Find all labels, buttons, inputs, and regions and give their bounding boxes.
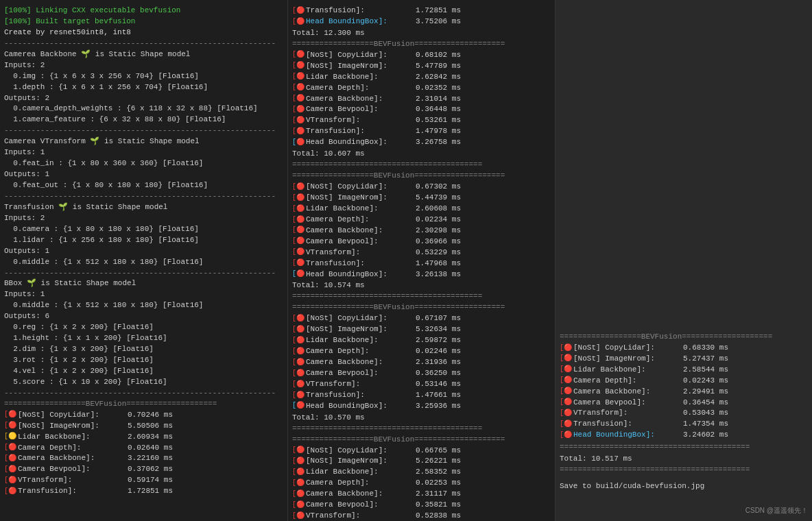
red-icon-3: [🔴 xyxy=(4,443,16,453)
metric-transfusion-cont: [🔴 Transfusion]: 1.72851 ms xyxy=(292,5,551,16)
icon-1-7: [🔴 xyxy=(292,258,304,269)
mid-metric-0-6: [🔴VTransform]:0.53261 ms xyxy=(292,115,551,126)
icon-1-5: [🔴 xyxy=(292,237,304,247)
mid-metric-1-5: [🔴Camera Bevpool]:0.36966 ms xyxy=(292,237,551,247)
mid-metric-3-6: [🔴VTransform]:0.52838 ms xyxy=(292,511,551,521)
transfusion-inputs-label: Inputs: 2 xyxy=(4,213,283,224)
icon-1-1: [🔴 xyxy=(292,193,304,204)
mid-bev-eq-sep-2: ========================================… xyxy=(292,424,551,435)
icon-1-6: [🔴 xyxy=(292,247,304,258)
backbone-input-0: 0.img : {1 x 6 x 3 x 256 x 704} [Float16… xyxy=(4,71,283,82)
save-message: Save to build/cuda-bevfusion.jpg xyxy=(560,481,808,492)
sep1: ----------------------------------------… xyxy=(4,38,283,49)
mid-metric-2-4: [🔴Camera Backbone]:2.31936 ms xyxy=(292,357,551,368)
sep3: ----------------------------------------… xyxy=(4,191,283,202)
right-metric-3: [🔴Camera Depth]:0.02243 ms xyxy=(560,376,808,387)
mid-bev-eq-top-1: ==================BEVFusion=============… xyxy=(292,171,551,182)
bbox-output-2: 2.dim : {1 x 3 x 200} [Float16] xyxy=(4,344,283,355)
backbone-input-1: 1.depth : {1 x 6 x 1 x 256 x 704} [Float… xyxy=(4,82,283,93)
right-eq-bottom2: ========================================… xyxy=(560,465,808,476)
mid-metric-1-8: [🔴Head BoundingBox]:3.26138 ms xyxy=(292,269,551,280)
metric-vtransform-left: [🔴 VTransform]: 0.59174 ms xyxy=(4,475,283,486)
header-line-3: Create by resnet50int8, int8 xyxy=(4,27,283,38)
mid-metric-0-1: [🔴[NoSt] ImageNrom]:5.47789 ms xyxy=(292,61,551,72)
red-icon-7: [🔴 xyxy=(4,487,16,497)
right-metric-2: [🔴Lidar Backbone]:2.58544 ms xyxy=(560,365,808,376)
bbox-output-1: 1.height : {1 x 1 x 200} [Float16] xyxy=(4,333,283,344)
icon-0-6: [🔴 xyxy=(292,116,304,126)
metric-camBevpool-left: [🔴 Camera Bevpool]: 0.37062 ms xyxy=(4,464,283,475)
mid-metric-1-7: [🔴Transfusion]:1.47968 ms xyxy=(292,258,551,269)
icon-3-2: [🔴 xyxy=(292,468,304,478)
metric-transfusion-left: [🔴 Transfusion]: 1.72851 ms xyxy=(4,486,283,497)
red-icon-1: [🔴 xyxy=(4,421,16,431)
bbox-input-0: 0.middle : {1 x 512 x 180 x 180} [Float1… xyxy=(4,300,283,311)
yellow-icon-2: [🟡 xyxy=(4,432,16,442)
sep5: ----------------------------------------… xyxy=(4,388,283,399)
transfusion-outputs-label: Outputs: 1 xyxy=(4,246,283,257)
mid-metric-0-0: [🔴[NoSt] CopyLidar]:0.68102 ms xyxy=(292,50,551,61)
icon-2-6: [🔴 xyxy=(292,380,304,390)
total-0: Total: 12.300 ms xyxy=(292,28,551,39)
icon-1-4: [🔴 xyxy=(292,226,304,236)
mid-metric-2-1: [🔴[NoSt] ImageNrom]:5.32634 ms xyxy=(292,324,551,335)
icon-2-4: [🔴 xyxy=(292,358,304,368)
right-metric-1: [🔴[NoSt] ImageNrom]:5.27437 ms xyxy=(560,354,808,365)
red-icon-cont-1: [🔴 xyxy=(292,17,304,27)
icon-0-1: [🔴 xyxy=(292,61,304,71)
mid-total-2: Total: 10.570 ms xyxy=(292,413,551,424)
red-icon-5: [🔴 xyxy=(4,465,16,475)
mid-metric-2-6: [🔴VTransform]:0.53146 ms xyxy=(292,379,551,390)
mid-metric-1-1: [🔴[NoSt] ImageNrom]:5.44739 ms xyxy=(292,193,551,204)
right-metric-8: [🔴Head BoundingBox]:3.24602 ms xyxy=(560,430,808,441)
right-icon-3: [🔴 xyxy=(560,376,572,386)
sep4: ----------------------------------------… xyxy=(4,268,283,279)
sep2: ----------------------------------------… xyxy=(4,125,283,136)
mid-metric-3-3: [🔴Camera Depth]:0.02253 ms xyxy=(292,478,551,489)
mid-metric-0-2: [🔴Lidar Backbone]:2.62842 ms xyxy=(292,72,551,83)
mid-bev-eq-sep-0: ========================================… xyxy=(292,160,551,171)
transfusion-title: Transfusion 🌱 is Static Shape model xyxy=(4,202,283,213)
right-total: Total: 10.517 ms xyxy=(560,454,808,465)
mid-metric-1-2: [🔴Lidar Backbone]:2.60608 ms xyxy=(292,204,551,215)
icon-3-4: [🔴 xyxy=(292,489,304,500)
red-icon-cont-0: [🔴 xyxy=(292,6,304,16)
mid-metric-3-0: [🔴[NoSt] CopyLidar]:0.66765 ms xyxy=(292,446,551,457)
mid-metric-0-7: [🔴Transfusion]:1.47978 ms xyxy=(292,126,551,137)
icon-2-7: [🔴 xyxy=(292,391,304,401)
mid-metric-2-5: [🔴Camera Bevpool]:0.36250 ms xyxy=(292,368,551,379)
bbox-output-4: 4.vel : {1 x 2 x 200} [Float16] xyxy=(4,366,283,377)
left-panel: [100%] Linking CXX executable bevfusion … xyxy=(0,0,288,521)
icon-0-0: [🔴 xyxy=(292,50,304,60)
right-icon-0: [🔴 xyxy=(560,343,572,354)
middle-panel: [🔴 Transfusion]: 1.72851 ms [🔴 Head Boun… xyxy=(288,0,556,521)
mid-metric-0-8: [🔴Head BoundingBox]:3.26758 ms xyxy=(292,137,551,148)
bev-header-right: ==================BEVFusion=============… xyxy=(560,332,808,343)
icon-3-6: [🔴 xyxy=(292,511,304,521)
mid-metric-1-0: [🔴[NoSt] CopyLidar]:0.67302 ms xyxy=(292,182,551,193)
mid-metric-1-4: [🔴Camera Backbone]:2.30298 ms xyxy=(292,226,551,237)
metric-lidar-left: [🟡 Lidar Backbone]: 2.60934 ms xyxy=(4,432,283,443)
backbone-output-0: 0.camera_depth_weights : {6 x 118 x 32 x… xyxy=(4,104,283,114)
right-icon-7: [🔴 xyxy=(560,420,572,430)
mid-metric-3-1: [🔴[NoSt] ImageNrom]:5.26221 ms xyxy=(292,456,551,467)
icon-1-8: [🔴 xyxy=(292,269,304,280)
right-panel: ==================BEVFusion=============… xyxy=(556,0,812,521)
right-metric-7: [🔴Transfusion]:1.47354 ms xyxy=(560,419,808,430)
mid-bev-eq-top-3: ==================BEVFusion=============… xyxy=(292,435,551,446)
icon-3-1: [🔴 xyxy=(292,457,304,467)
middle-bev-runs: ==================BEVFusion=============… xyxy=(292,39,551,521)
mid-bev-eq-top-0: ==================BEVFusion=============… xyxy=(292,39,551,50)
red-icon-4: [🔴 xyxy=(4,454,16,464)
vtransform-output-0: 0.feat_out : {1 x 80 x 180 x 180} [Float… xyxy=(4,180,283,191)
mid-bev-eq-sep-1: ========================================… xyxy=(292,291,551,302)
bbox-output-0: 0.reg : {1 x 2 x 200} [Float16] xyxy=(4,322,283,333)
icon-0-3: [🔴 xyxy=(292,83,304,93)
metric-imagenrom-left: [🔴 [NoSt] ImageNrom]: 5.50506 ms xyxy=(4,421,283,432)
icon-2-1: [🔴 xyxy=(292,325,304,335)
mid-bev-eq-top-2: ==================BEVFusion=============… xyxy=(292,302,551,313)
vtransform-title: Camerea VTransform 🌱 is Static Shape mod… xyxy=(4,136,283,147)
mid-metric-0-3: [🔴Camera Depth]:0.02352 ms xyxy=(292,83,551,94)
icon-0-4: [🔴 xyxy=(292,94,304,104)
icon-2-3: [🔴 xyxy=(292,347,304,357)
